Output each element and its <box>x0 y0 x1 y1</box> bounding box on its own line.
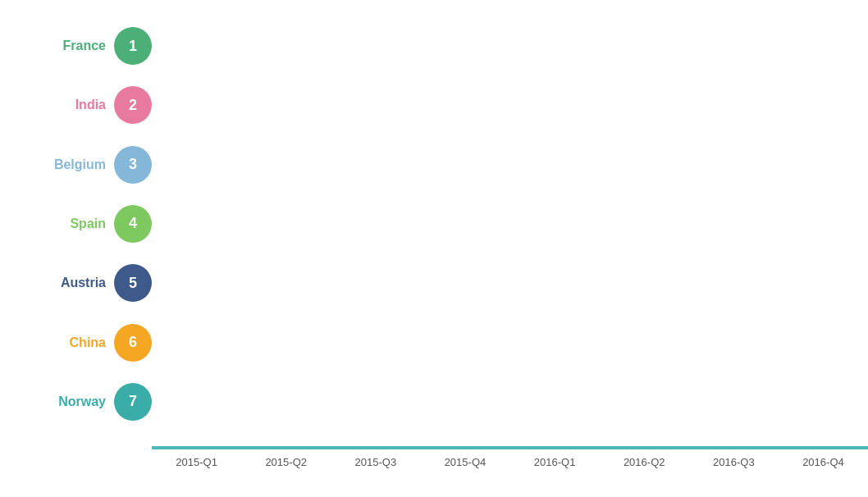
y-axis-item-norway: Norway7 <box>0 373 152 431</box>
bubble-belgium: 3 <box>114 146 152 184</box>
country-label-china: China <box>70 335 106 350</box>
country-label-austria: Austria <box>61 276 106 290</box>
country-label-india: India <box>75 98 106 112</box>
y-axis-item-austria: Austria5 <box>0 254 152 312</box>
x-tick-2016-Q3: 2016-Q3 <box>689 456 779 468</box>
y-axis-item-spain: Spain4 <box>0 195 152 253</box>
country-label-belgium: Belgium <box>54 157 106 172</box>
y-axis-item-belgium: Belgium3 <box>0 136 152 194</box>
chart-main: France1India2Belgium3Spain4Austria5China… <box>0 0 868 448</box>
y-axis-item-france: France1 <box>0 17 152 75</box>
x-tick-2016-Q1: 2016-Q1 <box>510 456 600 468</box>
x-tick-2015-Q4: 2015-Q4 <box>420 456 509 468</box>
chart-container: France1India2Belgium3Spain4Austria5China… <box>0 0 868 497</box>
bubble-france: 1 <box>114 27 152 65</box>
axis-line <box>152 446 868 448</box>
country-label-norway: Norway <box>58 394 106 409</box>
x-tick-2015-Q2: 2015-Q2 <box>241 456 331 468</box>
bubble-spain: 4 <box>114 205 152 243</box>
bubble-norway: 7 <box>114 383 152 421</box>
bubble-china: 6 <box>114 324 152 362</box>
y-axis: France1India2Belgium3Spain4Austria5China… <box>0 0 152 448</box>
bubble-austria: 5 <box>114 264 152 302</box>
x-tick-2016-Q4: 2016-Q4 <box>779 456 868 468</box>
x-tick-2016-Q2: 2016-Q2 <box>600 456 689 468</box>
country-label-spain: Spain <box>70 217 106 231</box>
x-tick-2015-Q1: 2015-Q1 <box>152 456 241 468</box>
y-axis-item-india: India2 <box>0 76 152 134</box>
bubble-india: 2 <box>114 86 152 124</box>
y-axis-item-china: China6 <box>0 314 152 372</box>
plot-area <box>152 0 868 448</box>
x-axis: 2015-Q12015-Q22015-Q32015-Q42016-Q12016-… <box>152 448 868 497</box>
x-tick-2015-Q3: 2015-Q3 <box>331 456 420 468</box>
country-label-france: France <box>63 39 106 53</box>
